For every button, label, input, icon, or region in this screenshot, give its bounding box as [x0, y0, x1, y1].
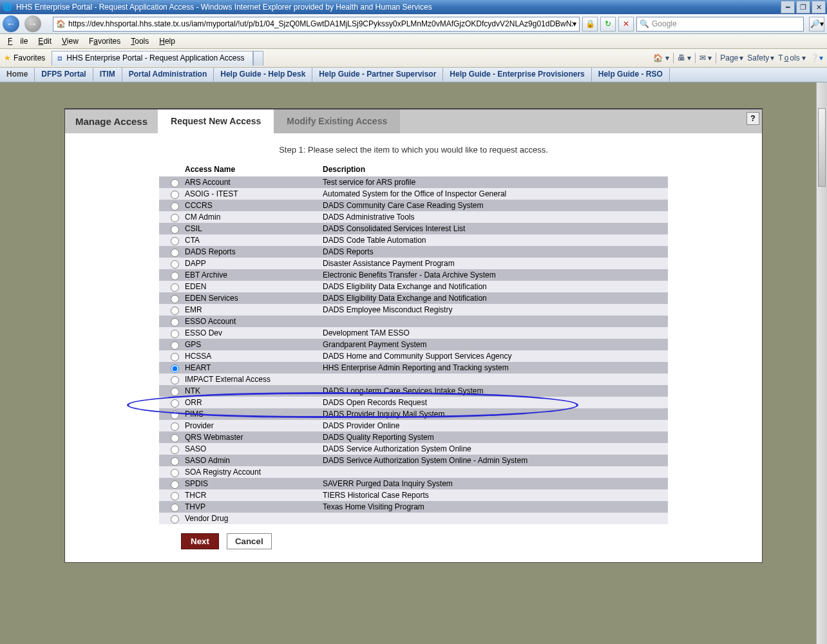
tab-modify-existing-access[interactable]: Modify Existing Access: [274, 109, 400, 133]
table-row[interactable]: THCRTIERS Historical Case Reports: [159, 489, 668, 501]
table-row[interactable]: CTADADS Code Table Automation: [159, 234, 668, 246]
portal-tab-help-guide-help-desk[interactable]: Help Guide - Help Desk: [214, 68, 312, 82]
table-row[interactable]: CSILDADS Consolidated Services Interest …: [159, 223, 668, 234]
table-row[interactable]: THVPTexas Home Visiting Program: [159, 501, 668, 513]
table-row[interactable]: SPDISSAVERR Purged Data Inquiry System: [159, 478, 668, 489]
table-row[interactable]: EDENDADS Eligibility Data Exchange and N…: [159, 281, 668, 292]
access-radio[interactable]: [171, 283, 179, 292]
search-go-button[interactable]: 🔎▾: [809, 17, 824, 32]
table-row[interactable]: SASODADS Service Authorization System On…: [159, 443, 668, 455]
access-radio[interactable]: [171, 191, 179, 199]
access-radio[interactable]: [171, 504, 179, 512]
access-radio[interactable]: [171, 225, 179, 234]
access-radio[interactable]: [171, 434, 179, 442]
table-row[interactable]: CCCRSDADS Community Care Case Reading Sy…: [159, 200, 668, 211]
access-radio[interactable]: [171, 353, 179, 361]
portal-tab-help-guide-partner-supervisor[interactable]: Help Guide - Partner Supervisor: [312, 68, 443, 82]
access-radio[interactable]: [171, 422, 179, 431]
table-row[interactable]: SASO AdminDADS Serivce Authorization Sys…: [159, 455, 668, 466]
table-row[interactable]: ESSO DevDevelopment TAM ESSO: [159, 327, 668, 339]
table-row[interactable]: DAPPDisaster Assistance Payment Program: [159, 258, 668, 269]
portal-tab-help-guide-rso[interactable]: Help Guide - RSO: [592, 68, 670, 82]
vertical-scrollbar[interactable]: [816, 82, 827, 644]
access-radio[interactable]: [171, 365, 179, 373]
portal-tab-home[interactable]: Home: [0, 68, 35, 82]
table-row[interactable]: HEARTHHS Enterprise Admin Reporting and …: [159, 362, 668, 374]
address-bar[interactable]: 🏠 https://dev.hhsportal.hhs.state.tx.us/…: [53, 17, 580, 32]
safety-menu[interactable]: Safety ▾: [747, 53, 774, 62]
table-row[interactable]: EMRDADS Employee Misconduct Registry: [159, 304, 668, 316]
table-row[interactable]: ESSO Account: [159, 316, 668, 327]
menu-file[interactable]: File: [4, 35, 32, 47]
table-row[interactable]: PIMSDADS Provider Inquiry Mail System: [159, 408, 668, 420]
scrollbar-thumb[interactable]: [818, 108, 826, 187]
help-icon[interactable]: ❔▾: [810, 53, 823, 62]
portal-tab-itim[interactable]: ITIM: [93, 68, 122, 82]
access-radio[interactable]: [171, 260, 179, 269]
menu-favorites[interactable]: Favorites: [85, 35, 124, 47]
portal-tab-portal-administration[interactable]: Portal Administration: [122, 68, 214, 82]
menu-edit[interactable]: Edit: [34, 35, 55, 47]
table-row[interactable]: CM AdminDADS Administrative Tools: [159, 211, 668, 223]
access-radio[interactable]: [171, 457, 179, 466]
back-button[interactable]: ←: [3, 15, 19, 32]
home-icon[interactable]: 🏠 ▾: [653, 53, 669, 62]
table-row[interactable]: Vendor Drug: [159, 513, 668, 524]
access-radio[interactable]: [171, 295, 179, 303]
new-tab-button[interactable]: [253, 51, 263, 66]
access-radio[interactable]: [171, 480, 179, 489]
address-dropdown-icon[interactable]: ▾: [573, 19, 576, 28]
search-box[interactable]: 🔍 Google: [636, 17, 804, 32]
access-radio[interactable]: [171, 237, 179, 245]
maximize-button[interactable]: ❐: [796, 1, 810, 14]
stop-button[interactable]: ✕: [618, 17, 634, 32]
next-button[interactable]: Next: [181, 533, 219, 549]
table-row[interactable]: ARS AccountTest service for ARS profile: [159, 176, 668, 188]
table-row[interactable]: ASOIG - ITESTAutomated System for the Of…: [159, 188, 668, 200]
access-radio[interactable]: [171, 330, 179, 338]
close-button[interactable]: ✕: [812, 1, 826, 14]
ssl-lock-icon[interactable]: 🔒: [582, 17, 598, 32]
access-radio[interactable]: [171, 249, 179, 257]
access-radio[interactable]: [171, 411, 179, 419]
browser-tab[interactable]: ⧈ HHS Enterprise Portal - Request Applic…: [52, 51, 252, 66]
table-row[interactable]: DADS ReportsDADS Reports: [159, 246, 668, 258]
access-radio[interactable]: [171, 492, 179, 500]
favorites-star-icon[interactable]: ★: [4, 53, 11, 62]
minimize-button[interactable]: ━: [781, 1, 795, 14]
menu-help[interactable]: Help: [155, 35, 179, 47]
table-row[interactable]: EDEN ServicesDADS Eligibility Data Excha…: [159, 292, 668, 304]
access-radio[interactable]: [171, 446, 179, 454]
portal-tab-dfps-portal[interactable]: DFPS Portal: [35, 68, 93, 82]
refresh-button[interactable]: ↻: [600, 17, 616, 32]
menu-view[interactable]: View: [58, 35, 82, 47]
table-row[interactable]: ProviderDADS Provider Online: [159, 420, 668, 431]
table-row[interactable]: GPSGrandparent Payment System: [159, 339, 668, 350]
access-radio[interactable]: [171, 469, 179, 477]
access-radio[interactable]: [171, 376, 179, 384]
table-row[interactable]: EBT ArchiveElectronic Benefits Transfer …: [159, 269, 668, 281]
access-radio[interactable]: [171, 202, 179, 211]
access-radio[interactable]: [171, 341, 179, 350]
table-row[interactable]: IMPACT External Access: [159, 374, 668, 385]
access-radio[interactable]: [171, 307, 179, 315]
table-row[interactable]: HCSSADADS Home and Community Support Ser…: [159, 350, 668, 362]
table-row[interactable]: ORRDADS Open Records Request: [159, 397, 668, 408]
tools-menu-btn[interactable]: Tools ▾: [778, 53, 806, 62]
tab-request-new-access[interactable]: Request New Access: [158, 109, 274, 133]
feeds-icon[interactable]: 🖶 ▾: [678, 53, 691, 62]
mail-icon[interactable]: ✉ ▾: [699, 53, 712, 62]
menu-tools[interactable]: Tools: [127, 35, 153, 47]
forward-button[interactable]: →: [24, 15, 41, 32]
cancel-button[interactable]: Cancel: [227, 533, 272, 549]
access-radio[interactable]: [171, 318, 179, 327]
portal-tab-help-guide-enterprise-provisioners[interactable]: Help Guide - Enterprise Provisioners: [443, 68, 591, 82]
panel-help-button[interactable]: ?: [746, 112, 759, 125]
page-menu[interactable]: Page ▾: [720, 53, 743, 62]
favorites-label[interactable]: Favorites: [14, 53, 45, 62]
access-radio[interactable]: [171, 272, 179, 280]
table-row[interactable]: QRS WebmasterDADS Quality Reporting Syst…: [159, 431, 668, 443]
access-radio[interactable]: [171, 214, 179, 222]
access-radio[interactable]: [171, 399, 179, 408]
access-radio[interactable]: [171, 388, 179, 396]
